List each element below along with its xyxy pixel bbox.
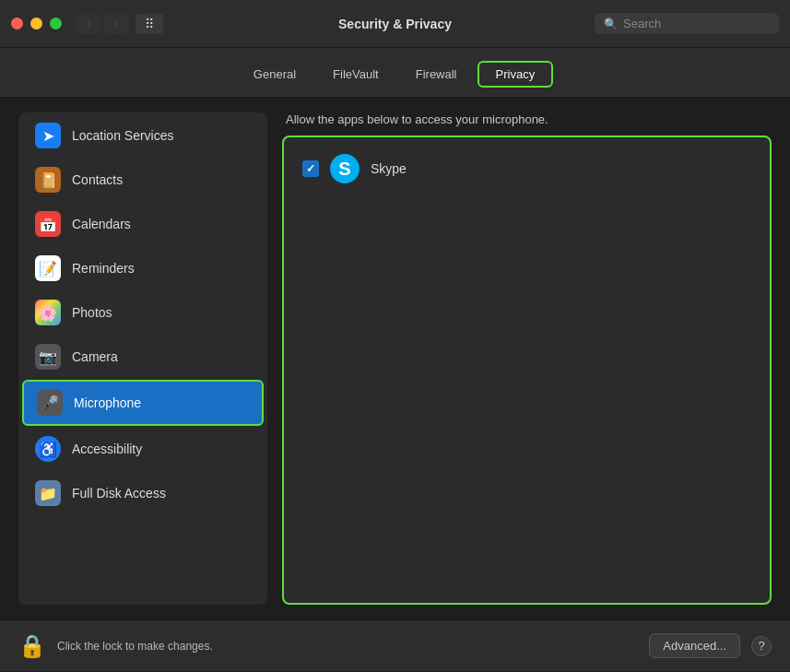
apps-list: ✓ S Skype — [282, 136, 772, 605]
sidebar-item-label: Contacts — [72, 172, 123, 187]
sidebar-item-label: Accessibility — [72, 442, 142, 456]
tab-firewall[interactable]: Firewall — [399, 61, 474, 88]
help-button[interactable]: ? — [751, 636, 772, 656]
tab-privacy[interactable]: Privacy — [478, 61, 554, 88]
window-title: Security & Privacy — [338, 17, 452, 31]
sidebar-item-fulldisk[interactable]: 📁 Full Disk Access — [22, 472, 264, 514]
location-icon: ➤ — [35, 123, 61, 148]
sidebar-item-label: Calendars — [72, 217, 131, 231]
sidebar-item-photos[interactable]: 🌸 Photos — [22, 291, 264, 334]
photos-icon: 🌸 — [35, 300, 61, 325]
microphone-icon: 🎤 — [37, 390, 63, 416]
sidebar-item-contacts[interactable]: 📔 Contacts — [22, 159, 264, 201]
lock-text: Click the lock to make changes. — [57, 640, 638, 653]
tabs-bar: General FileVault Firewall Privacy — [0, 48, 790, 98]
nav-arrows: ‹ › — [77, 14, 128, 34]
contacts-icon: 📔 — [35, 167, 61, 193]
skype-icon: S — [330, 154, 360, 183]
lock-icon[interactable]: 🔒 — [18, 633, 46, 659]
panel-description: Allow the apps below to access your micr… — [282, 112, 772, 126]
sidebar: ➤ Location Services 📔 Contacts 📅 Calenda… — [18, 112, 267, 605]
accessibility-icon: ♿ — [35, 436, 61, 462]
sidebar-item-calendars[interactable]: 📅 Calendars — [22, 203, 264, 245]
sidebar-item-label: Photos — [72, 305, 112, 320]
list-item: ✓ S Skype — [293, 147, 761, 191]
calendars-icon: 📅 — [35, 211, 61, 237]
grid-button[interactable]: ⠿ — [136, 14, 163, 34]
forward-button[interactable]: › — [104, 14, 128, 34]
search-icon: 🔍 — [604, 18, 618, 30]
tab-filevault[interactable]: FileVault — [316, 61, 395, 88]
sidebar-item-location[interactable]: ➤ Location Services — [22, 114, 264, 157]
sidebar-item-label: Location Services — [72, 128, 174, 143]
titlebar: ‹ › ⠿ Security & Privacy 🔍 — [0, 0, 790, 48]
sidebar-item-microphone[interactable]: 🎤 Microphone — [22, 380, 264, 426]
main-content: ➤ Location Services 📔 Contacts 📅 Calenda… — [0, 98, 790, 619]
sidebar-item-reminders[interactable]: 📝 Reminders — [22, 247, 264, 289]
sidebar-item-label: Full Disk Access — [72, 486, 166, 501]
sidebar-item-label: Reminders — [72, 261, 135, 276]
reminders-icon: 📝 — [35, 255, 61, 281]
app-checkbox-skype[interactable]: ✓ — [302, 160, 319, 177]
app-name: Skype — [371, 161, 407, 176]
back-button[interactable]: ‹ — [77, 14, 100, 34]
traffic-lights — [11, 18, 62, 29]
fulldisk-icon: 📁 — [35, 480, 61, 506]
sidebar-item-label: Microphone — [74, 395, 141, 410]
close-button[interactable] — [11, 18, 23, 29]
right-panel: Allow the apps below to access your micr… — [282, 112, 772, 605]
search-box: 🔍 — [595, 13, 779, 34]
minimize-button[interactable] — [30, 18, 42, 29]
camera-icon: 📷 — [35, 344, 61, 370]
search-input[interactable] — [623, 17, 770, 30]
sidebar-item-camera[interactable]: 📷 Camera — [22, 336, 264, 378]
advanced-button[interactable]: Advanced... — [649, 633, 740, 658]
tab-general[interactable]: General — [237, 61, 312, 88]
fullscreen-button[interactable] — [50, 18, 62, 29]
sidebar-item-accessibility[interactable]: ♿ Accessibility — [22, 428, 264, 470]
sidebar-item-label: Camera — [72, 349, 118, 364]
checkmark-icon: ✓ — [306, 162, 315, 175]
bottom-bar: 🔒 Click the lock to make changes. Advanc… — [0, 619, 790, 671]
